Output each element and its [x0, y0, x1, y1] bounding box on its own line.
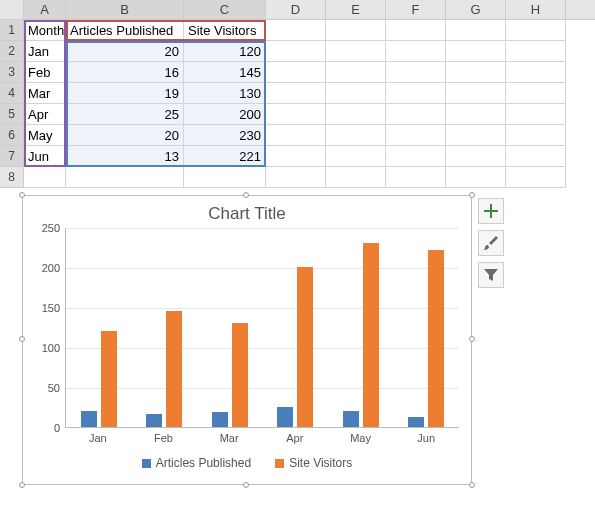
- cell-F2[interactable]: [386, 41, 446, 62]
- bar-articles-published-Jan[interactable]: [81, 411, 97, 427]
- col-header-B[interactable]: B: [66, 0, 184, 19]
- y-tick-200: 200: [28, 262, 60, 274]
- cell-A3[interactable]: Feb: [24, 62, 66, 83]
- cell-H1[interactable]: [506, 20, 566, 41]
- bar-site-visitors-May[interactable]: [363, 243, 379, 427]
- chart-filters-button[interactable]: [478, 262, 504, 288]
- cell-B1[interactable]: Articles Published: [66, 20, 184, 41]
- cell-B3[interactable]: 16: [66, 62, 184, 83]
- chart-x-axis[interactable]: JanFebMarAprMayJun: [65, 432, 459, 444]
- select-all-corner[interactable]: [0, 0, 24, 19]
- bar-site-visitors-Jan[interactable]: [101, 331, 117, 427]
- cell-B2[interactable]: 20: [66, 41, 184, 62]
- cell-D2[interactable]: [266, 41, 326, 62]
- cell-D4[interactable]: [266, 83, 326, 104]
- cell-B5[interactable]: 25: [66, 104, 184, 125]
- cell-F1[interactable]: [386, 20, 446, 41]
- cell-A4[interactable]: Mar: [24, 83, 66, 104]
- plus-icon: [484, 204, 498, 218]
- cell-E6[interactable]: [326, 125, 386, 146]
- cell-A6[interactable]: May: [24, 125, 66, 146]
- cell-E4[interactable]: [326, 83, 386, 104]
- cell-C4[interactable]: 130: [184, 83, 266, 104]
- bar-site-visitors-Jun[interactable]: [428, 250, 444, 427]
- cell-H3[interactable]: [506, 62, 566, 83]
- col-header-H[interactable]: H: [506, 0, 566, 19]
- cell-C1[interactable]: Site Visitors: [184, 20, 266, 41]
- row-header-1[interactable]: 1: [0, 20, 24, 41]
- cell-E2[interactable]: [326, 41, 386, 62]
- cell-G2[interactable]: [446, 41, 506, 62]
- bar-site-visitors-Apr[interactable]: [297, 267, 313, 427]
- col-header-D[interactable]: D: [266, 0, 326, 19]
- cell-D7[interactable]: [266, 146, 326, 167]
- cell-H5[interactable]: [506, 104, 566, 125]
- cell-E5[interactable]: [326, 104, 386, 125]
- chart-title[interactable]: Chart Title: [23, 196, 471, 228]
- cell-G4[interactable]: [446, 83, 506, 104]
- bar-articles-published-Jun[interactable]: [408, 417, 424, 427]
- bar-articles-published-Mar[interactable]: [212, 412, 228, 427]
- cell-G7[interactable]: [446, 146, 506, 167]
- chart-styles-button[interactable]: [478, 230, 504, 256]
- chart-object[interactable]: Chart Title 050100150200250 JanFebMarApr…: [22, 195, 472, 485]
- cell-D6[interactable]: [266, 125, 326, 146]
- cell-G5[interactable]: [446, 104, 506, 125]
- cell-C2[interactable]: 120: [184, 41, 266, 62]
- chart-elements-button[interactable]: [478, 198, 504, 224]
- row-header-5[interactable]: 5: [0, 104, 24, 125]
- bar-group-Jun: [396, 250, 456, 427]
- cell-D5[interactable]: [266, 104, 326, 125]
- cell-H6[interactable]: [506, 125, 566, 146]
- cell-F3[interactable]: [386, 62, 446, 83]
- col-header-A[interactable]: A: [24, 0, 66, 19]
- cell-E3[interactable]: [326, 62, 386, 83]
- bar-articles-published-May[interactable]: [343, 411, 359, 427]
- row-header-4[interactable]: 4: [0, 83, 24, 104]
- cell-D3[interactable]: [266, 62, 326, 83]
- row-header-8[interactable]: 8: [0, 167, 24, 188]
- cell-F7[interactable]: [386, 146, 446, 167]
- cell-H2[interactable]: [506, 41, 566, 62]
- cell-C7[interactable]: 221: [184, 146, 266, 167]
- legend-item-0[interactable]: Articles Published: [142, 456, 251, 470]
- bar-articles-published-Apr[interactable]: [277, 407, 293, 427]
- cell-C5[interactable]: 200: [184, 104, 266, 125]
- col-header-G[interactable]: G: [446, 0, 506, 19]
- cell-G3[interactable]: [446, 62, 506, 83]
- bar-articles-published-Feb[interactable]: [146, 414, 162, 427]
- cell-F4[interactable]: [386, 83, 446, 104]
- cell-F5[interactable]: [386, 104, 446, 125]
- cell-F6[interactable]: [386, 125, 446, 146]
- legend-item-1[interactable]: Site Visitors: [275, 456, 352, 470]
- cell-B7[interactable]: 13: [66, 146, 184, 167]
- cell-A1[interactable]: Month: [24, 20, 66, 41]
- chart-plot-area[interactable]: 050100150200250: [65, 228, 459, 428]
- cell-A5[interactable]: Apr: [24, 104, 66, 125]
- cell-E1[interactable]: [326, 20, 386, 41]
- row-header-7[interactable]: 7: [0, 146, 24, 167]
- cell-A2[interactable]: Jan: [24, 41, 66, 62]
- row-header-3[interactable]: 3: [0, 62, 24, 83]
- row-header-6[interactable]: 6: [0, 125, 24, 146]
- cell-B4[interactable]: 19: [66, 83, 184, 104]
- bar-site-visitors-Feb[interactable]: [166, 311, 182, 427]
- x-tick-Feb: Feb: [131, 432, 197, 444]
- row-header-2[interactable]: 2: [0, 41, 24, 62]
- cell-C6[interactable]: 230: [184, 125, 266, 146]
- cell-C3[interactable]: 145: [184, 62, 266, 83]
- chart-legend[interactable]: Articles Published Site Visitors: [23, 456, 471, 470]
- cell-B6[interactable]: 20: [66, 125, 184, 146]
- cell-G1[interactable]: [446, 20, 506, 41]
- cell-D1[interactable]: [266, 20, 326, 41]
- col-header-C[interactable]: C: [184, 0, 266, 19]
- col-header-E[interactable]: E: [326, 0, 386, 19]
- cell-A7[interactable]: Jun: [24, 146, 66, 167]
- bar-site-visitors-Mar[interactable]: [232, 323, 248, 427]
- cell-H4[interactable]: [506, 83, 566, 104]
- cell-E7[interactable]: [326, 146, 386, 167]
- col-header-F[interactable]: F: [386, 0, 446, 19]
- cell-G6[interactable]: [446, 125, 506, 146]
- cell-H7[interactable]: [506, 146, 566, 167]
- spreadsheet-grid[interactable]: A B C D E F G H 1MonthArticles Published…: [0, 0, 595, 516]
